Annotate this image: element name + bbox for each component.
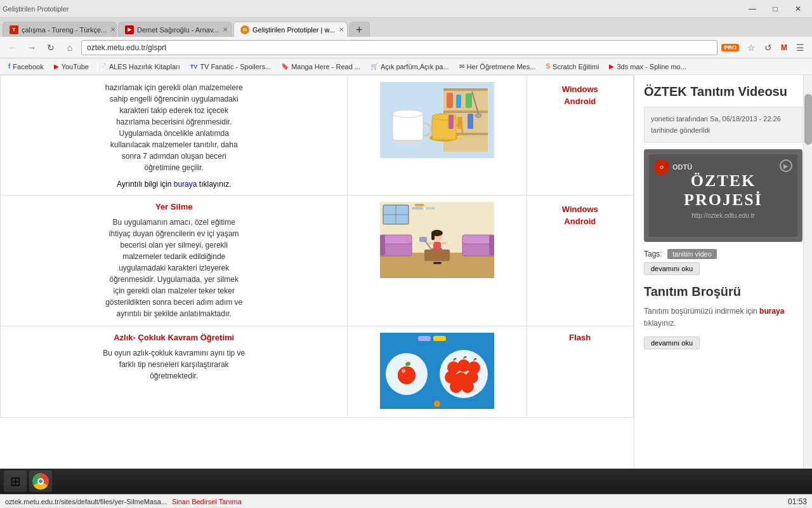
svg-rect-46 [431,232,435,240]
app-link-buraya-1[interactable]: buraya [174,180,197,189]
odtu-logo-text: O [660,165,663,170]
app-link-prefix-1: Ayrıntılı bilgi için [117,180,174,189]
bookmark-youtube[interactable]: ▶ YouTube [49,62,93,72]
bookmark-ogretmen[interactable]: ✉ Her Öğretmene Mes... [455,62,540,72]
svg-rect-25 [412,207,423,210]
content-wrapper: hazırlamak için gerekli olan malzemelere… [0,75,812,508]
video-meta-text: yonetici tarafından Sa, 06/18/2013 - 22:… [651,115,781,134]
menu-icon[interactable]: ☰ [794,41,807,54]
svg-rect-42 [441,242,447,244]
app-desc-1: hazırlamak için gerekli olan malzemelere… [7,82,341,173]
tabs-bar: T çalışma - Tureng - Türkçe... ✕ ▶ Demet… [0,18,812,37]
android-link-1[interactable]: Android [534,97,627,106]
window-controls: — □ ✕ [741,0,809,18]
start-icon: ⊞ [10,474,21,489]
bookmark-manga[interactable]: 🔖 Manga Here - Read ... [277,62,365,72]
bookmark-ales[interactable]: 📄 ALES Hazırlık Kitapları [95,62,185,72]
bookmark-scratch[interactable]: S Scratch Eğitimi [541,62,603,72]
video-meta: yonetici tarafından Sa, 06/18/2013 - 22:… [644,107,802,143]
bookmark-tv[interactable]: TV TV Fanatic - Spoilers... [186,62,275,72]
svg-point-66 [434,401,440,407]
read-more-button-1[interactable]: devamını oku [644,262,700,275]
app-image-cell-1 [348,76,527,196]
svg-point-54 [398,366,416,384]
minimize-button[interactable]: — [741,0,764,18]
app-desc-3: Bu oyun azlık-çokluk kavramını aynı tip … [7,347,341,382]
odtu-branding: O ODTÜ [654,159,692,175]
tab-4[interactable]: + [349,22,370,37]
apps-table: hazırlamak için gerekli olan malzemelere… [0,75,634,418]
tab-2[interactable]: ▶ Demet Sağıroğlu - Arnav... ✕ [118,22,232,37]
tab-3[interactable]: G Geliştirilen Prototipler | w... ✕ [233,22,348,37]
drinks-image [380,82,494,158]
sidebar-title-2: Tanıtım Broşürü [644,284,802,299]
svg-rect-40 [437,262,442,264]
video-title-line1: ÖZTEK [684,172,763,190]
start-button[interactable]: ⊞ [4,471,27,492]
chrome-icon [32,473,49,490]
tab1-close[interactable]: ✕ [110,26,115,33]
tab3-label: Geliştirilen Prototipler | w... [252,26,335,34]
maximize-button[interactable]: □ [764,0,787,18]
gmail-icon[interactable]: M [778,42,790,53]
brochure-link[interactable]: buraya [759,307,784,316]
svg-rect-14 [456,95,461,108]
home-button[interactable]: ⌂ [62,40,77,55]
svg-rect-50 [418,336,431,341]
svg-point-7 [393,110,423,117]
tab-1[interactable]: T çalışma - Tureng - Türkçe... ✕ [3,22,117,37]
tag-badge[interactable]: tanitim video [667,249,717,259]
svg-rect-41 [428,242,434,244]
tab2-close[interactable]: ✕ [223,26,228,33]
forward-button[interactable]: → [24,40,39,55]
brochure-suffix: tıklayınız. [644,319,676,328]
quiz-image [380,333,494,409]
bookmark-facebook[interactable]: f Facebook [4,62,48,72]
chrome-button[interactable] [29,471,52,492]
odtu-logo-icon: O [654,159,669,175]
flash-link-3[interactable]: Flash [569,333,591,342]
app-link-suffix-1: tıklayınız. [199,180,232,189]
brochure-prefix: Tanıtım boşürümüzü indirmek için [644,307,759,316]
read-more-1-container: devamını oku [644,262,802,284]
app-desc-cell-2: Yer Silme Bu uygulamanın amacı, özel eği… [1,196,348,326]
main-area: hazırlamak için gerekli olan malzemelere… [0,75,812,508]
svg-rect-16 [449,115,454,129]
main-content: hazırlamak için gerekli olan malzemelere… [0,75,634,508]
svg-rect-13 [447,93,453,108]
close-button[interactable]: ✕ [787,0,809,18]
scrollbar-vertical[interactable] [803,75,812,508]
tab3-close[interactable]: ✕ [339,26,344,33]
bookmark-parfum[interactable]: 🛒 Açık parfüm,Açık pa... [366,62,454,72]
address-bar[interactable]: oztek.metu.edu.tr/glsprt [81,40,717,55]
windows-link-2[interactable]: Windows [534,204,627,214]
bookmark-3dsmax[interactable]: ▶ 3ds max - Spline mo... [605,62,690,72]
svg-rect-32 [489,235,494,255]
refresh-icon[interactable]: ↺ [762,41,775,54]
tags-row: Tags: tanitim video [644,250,802,258]
back-button[interactable]: ← [5,40,20,55]
video-thumbnail[interactable]: O ODTÜ ▶ ÖZTEK PROJESİ http://oztek.odtu… [649,154,797,237]
svg-point-56 [402,369,405,373]
android-link-2[interactable]: Android [534,217,627,226]
video-title-block: ÖZTEK PROJESİ [684,172,763,210]
bookmark-scratch-label: Scratch Eğitimi [553,63,599,70]
scrollbar-thumb[interactable] [804,94,812,145]
ogretmen-icon: ✉ [459,63,464,70]
windows-link-1[interactable]: Windows [534,84,627,94]
sidebar: ÖZTEK Tanıtım Videosu yonetici tarafında… [634,75,812,508]
svg-point-64 [450,380,462,393]
tab4-new-icon: + [356,24,363,36]
star-icon[interactable]: ☆ [745,41,758,54]
play-icon[interactable]: ▶ [780,159,792,172]
sidebar-title-1: ÖZTEK Tanıtım Videosu [644,84,802,99]
tab2-label: Demet Sağıroğlu - Arnav... [137,26,219,34]
parfum-icon: 🛒 [370,63,378,70]
tags-label: Tags: [644,250,662,258]
svg-rect-18 [468,114,473,129]
read-more-button-2[interactable]: devamını oku [644,337,700,349]
status-bar: oztek.metu.edu.tr/sites/default/files/ye… [0,494,812,508]
bookmark-ogretmen-label: Her Öğretmene Mes... [467,63,536,70]
bookmark-tv-label: TV Fanatic - Spoilers... [200,63,271,70]
refresh-button[interactable]: ↻ [43,40,58,55]
